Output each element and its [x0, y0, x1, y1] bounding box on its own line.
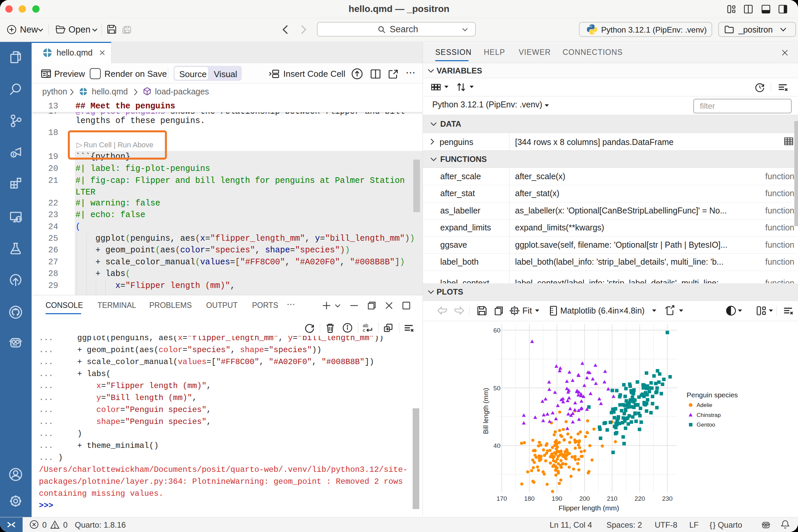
svg-text:170: 170	[496, 495, 507, 502]
svg-text:60: 60	[493, 327, 500, 334]
svg-text:230: 230	[662, 495, 673, 502]
svg-text:Gentoo: Gentoo	[697, 422, 715, 428]
svg-text:190: 190	[552, 495, 562, 502]
svg-text:c: c	[363, 327, 365, 333]
svg-text:180: 180	[524, 495, 535, 502]
svg-text:Chinstrap: Chinstrap	[697, 412, 721, 418]
svg-text:Flipper length (mm): Flipper length (mm)	[558, 504, 619, 512]
svg-text:220: 220	[634, 495, 645, 502]
svg-text:Adelie: Adelie	[697, 402, 712, 408]
svg-text:210: 210	[607, 495, 618, 502]
svg-text:40: 40	[493, 442, 500, 449]
svg-text:Bill length (mm): Bill length (mm)	[482, 388, 490, 434]
svg-text:Penguin species: Penguin species	[687, 391, 738, 399]
svg-text:50: 50	[493, 385, 500, 392]
svg-text:200: 200	[579, 495, 590, 502]
